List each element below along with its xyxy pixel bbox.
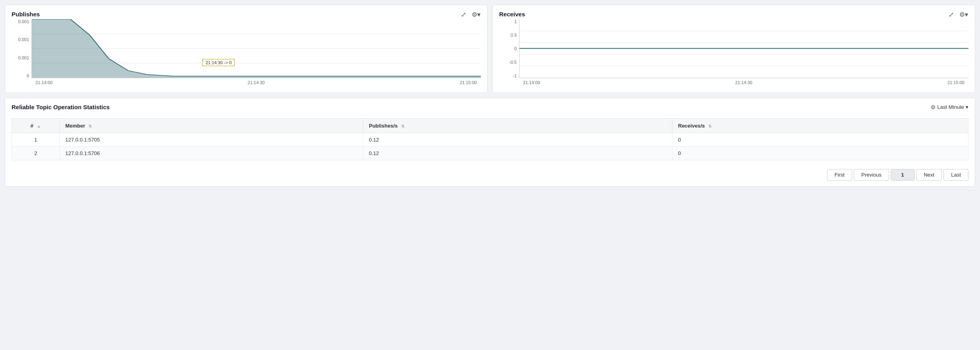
receives-actions: ⤢ ⚙▾: [947, 10, 969, 19]
previous-btn[interactable]: Previous: [854, 169, 889, 181]
cell-num: 2: [12, 147, 60, 160]
receives-svg: [519, 19, 968, 78]
cell-publishes: 0.12: [363, 147, 672, 160]
col-header-publishes[interactable]: Publishes/s ⇅: [363, 119, 672, 133]
receives-title: Receives: [499, 11, 525, 18]
statistics-table: # ▲ Member ⇅ Publishes/s ⇅ Receives/s ⇅: [12, 118, 968, 160]
statistics-section: Reliable Topic Operation Statistics ⚙ La…: [5, 98, 975, 187]
publishes-title: Publishes: [12, 11, 40, 18]
publishes-x-axis: 21:14:00 21:14:30 21:15:00: [31, 78, 481, 87]
publishes-svg: [32, 19, 481, 78]
col-header-receives[interactable]: Receives/s ⇅: [672, 119, 968, 133]
publishes-chart-inner: 21:14:30 -> 0: [31, 19, 481, 78]
publishes-settings-icon: ⚙: [472, 11, 477, 18]
cell-receives: 0: [672, 147, 968, 160]
first-btn[interactable]: First: [827, 169, 852, 181]
receives-panel: Receives ⤢ ⚙▾ 1 0.5 0 -0.5 -1: [492, 5, 975, 93]
receives-chart-inner: [519, 19, 968, 78]
col-header-num[interactable]: # ▲: [12, 119, 60, 133]
statistics-title: Reliable Topic Operation Statistics: [12, 104, 110, 110]
last-btn[interactable]: Last: [943, 169, 968, 181]
receives-expand-btn[interactable]: ⤢: [947, 10, 955, 19]
receives-settings-icon: ⚙: [959, 11, 965, 18]
sort-icon-publishes: ⇅: [401, 124, 404, 128]
cell-receives: 0: [672, 133, 968, 147]
cell-publishes: 0.12: [363, 133, 672, 147]
publishes-expand-btn[interactable]: ⤢: [460, 10, 467, 19]
table-row: 2 127.0.0.1:5706 0.12 0: [12, 147, 968, 160]
time-filter[interactable]: ⚙ Last Minute ▾: [931, 104, 968, 110]
publishes-panel: Publishes ⤢ ⚙▾ 0.001 0.001 0.001 0: [5, 5, 488, 93]
sort-icon-num: ▲: [37, 124, 41, 128]
sort-icon-member: ⇅: [88, 124, 92, 128]
publishes-settings-btn[interactable]: ⚙▾: [470, 10, 482, 19]
current-page-btn[interactable]: 1: [891, 169, 915, 181]
col-header-member[interactable]: Member ⇅: [60, 119, 363, 133]
table-row: 1 127.0.0.1:5705 0.12 0: [12, 133, 968, 147]
time-filter-icon: ⚙: [931, 104, 936, 110]
statistics-header: Reliable Topic Operation Statistics ⚙ La…: [12, 104, 968, 110]
publishes-y-axis: 0.001 0.001 0.001 0: [12, 19, 31, 78]
time-filter-arrow: ▾: [966, 104, 968, 110]
sort-icon-receives: ⇅: [708, 124, 711, 128]
pagination: First Previous 1 Next Last: [12, 167, 968, 181]
table-header-row: # ▲ Member ⇅ Publishes/s ⇅ Receives/s ⇅: [12, 119, 968, 133]
publishes-chart: 0.001 0.001 0.001 0 2: [12, 19, 481, 87]
next-btn[interactable]: Next: [916, 169, 942, 181]
receives-y-axis: 1 0.5 0 -0.5 -1: [499, 19, 519, 78]
cell-member: 127.0.0.1:5706: [60, 147, 363, 160]
receives-settings-btn[interactable]: ⚙▾: [958, 10, 969, 19]
time-filter-label: Last Minute: [937, 104, 964, 110]
cell-num: 1: [12, 133, 60, 147]
receives-x-axis: 21:14:00 21:14:30 21:15:00: [519, 78, 968, 87]
cell-member: 127.0.0.1:5705: [60, 133, 363, 147]
receives-chart: 1 0.5 0 -0.5 -1 21:14:0: [499, 19, 968, 87]
publishes-actions: ⤢ ⚙▾: [460, 10, 482, 19]
